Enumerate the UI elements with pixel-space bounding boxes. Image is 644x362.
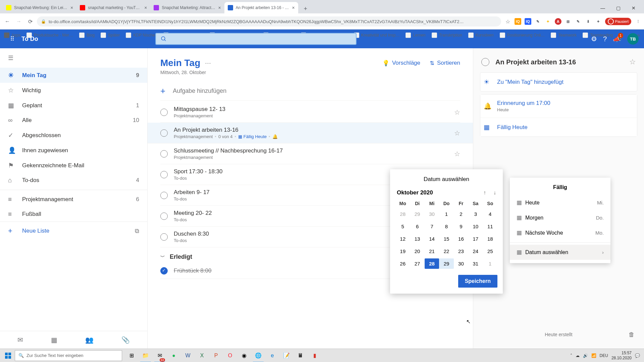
favorite-icon[interactable]: ☆ [503,17,513,26]
add-task-row[interactable]: + Aufgabe hinzufügen [160,82,460,101]
ext-icon[interactable]: IQ [515,18,521,25]
ext-icon[interactable]: ⬇ [585,18,592,25]
task-item[interactable]: An Projekt arbeiten 13-16Projektmanageme… [148,123,473,143]
complete-toggle[interactable] [160,192,168,199]
ext-icon[interactable]: ⊞ [565,18,572,25]
mail-icon[interactable]: ✉94 [153,349,166,362]
reload-button[interactable]: ⟳ [25,17,35,26]
dp-day[interactable]: 28 [395,209,410,219]
star-icon[interactable]: ☆ [454,150,460,158]
complete-toggle[interactable] [481,58,489,66]
dp-day[interactable]: 20 [410,246,424,256]
chrome-icon[interactable]: 🌐 [252,349,265,362]
dp-day[interactable]: 30 [425,209,439,219]
app-launcher-icon[interactable]: ⠿ [5,32,19,46]
dp-day[interactable]: 8 [439,221,453,232]
ext-icon[interactable]: ✎ [535,18,541,25]
list-menu-icon[interactable]: ⋯ [205,59,211,67]
dp-day[interactable]: 31 [468,258,483,269]
sidebar-item[interactable]: ⌂To-dos4 [0,173,147,188]
browser-tab[interactable]: Snapchat-Werbung: Ein Leitfad…× [3,2,76,13]
dp-day[interactable]: 25 [483,246,497,256]
dp-day[interactable]: 2 [454,209,468,219]
calendar-icon[interactable]: ▦ [51,336,57,344]
dp-day[interactable]: 23 [454,246,468,256]
browser-tab[interactable]: Snapchat Marketing: Attract New…× [150,2,224,13]
url-bar[interactable]: 🔒 to-do.office.com/tasks/id/AAMkADQ1YjVj… [37,16,501,26]
ext-icon[interactable]: IQ [525,18,531,25]
browser-tab[interactable]: An Projekt arbeiten 13-16 - To D…× [224,2,298,13]
reminder-row[interactable]: 🔔 Erinnerung um 17:00 Heute [480,95,637,118]
dp-day[interactable]: 11 [483,221,497,232]
bookmark-item[interactable]: Blog [79,33,95,38]
add-group-icon[interactable]: ⧉ [135,228,139,235]
due-option[interactable]: ▦Nächste WocheMo. [510,225,610,240]
wifi-icon[interactable]: 📶 [591,353,596,358]
notifications-icon[interactable]: 💬 [635,353,640,358]
dp-day[interactable]: 15 [439,234,453,244]
attach-icon[interactable]: 📎 [121,336,130,344]
system-tray[interactable]: ˄ ☁ 🔊 📶 DEU 15:57 28.10.2020 💬 [570,351,643,360]
volume-icon[interactable]: 🔊 [583,353,588,358]
star-icon[interactable]: ☆ [454,108,460,116]
task-item[interactable]: Mittagspause 12- 13Projektmanagement☆ [160,102,460,123]
sidebar-item[interactable]: ⚑Gekennzeichnete E-Mail [0,158,147,173]
ext-icon[interactable]: ✦ [545,18,551,25]
dp-day[interactable]: 26 [395,258,410,269]
dp-day[interactable]: 29 [439,258,453,269]
prev-month-button[interactable]: ↑ [483,190,486,196]
dp-day[interactable]: 24 [468,246,483,256]
dp-day[interactable]: 1 [483,258,497,269]
complete-toggle[interactable] [160,109,168,116]
dp-day[interactable]: 9 [454,221,468,232]
dp-day[interactable]: 7 [425,221,439,232]
star-icon[interactable]: ☆ [629,58,636,66]
bookmark-item[interactable]: Kreativität und Insp… [354,33,400,38]
dp-day[interactable]: 12 [395,234,410,244]
close-icon[interactable]: × [292,5,295,10]
bookmark-item[interactable]: Kursideen [468,33,494,38]
calc-icon[interactable]: 🖩 [294,349,307,362]
dp-day[interactable]: 17 [468,234,483,244]
dp-day[interactable]: 21 [425,246,439,256]
dp-day[interactable]: 27 [410,258,424,269]
sidebar-item[interactable]: 👤Ihnen zugewiesen [0,143,147,158]
star-icon[interactable]: ☆ [454,129,460,137]
dp-day[interactable]: 28 [425,258,439,269]
due-option[interactable]: ▦HeuteMi. [510,195,610,210]
complete-toggle[interactable] [160,150,168,158]
dp-day[interactable]: 16 [454,234,468,244]
help-icon[interactable]: ? [603,35,607,43]
complete-toggle[interactable] [160,267,168,275]
complete-toggle[interactable] [160,233,168,241]
sidebar-item[interactable]: ∞Alle10 [0,113,147,128]
close-window-button[interactable]: ✕ [626,3,641,13]
dp-day[interactable]: 13 [410,234,424,244]
bookmark-item[interactable]: Teamwork [551,33,577,38]
complete-toggle[interactable] [160,171,168,178]
sidebar-list-item[interactable]: ≡Projektmanagement6 [0,192,147,207]
due-date-row[interactable]: ▦ Fällig Heute [480,118,637,136]
ext-icon[interactable]: A [555,18,561,25]
dp-day[interactable]: 22 [439,246,453,256]
trash-icon[interactable]: 🗑 [629,331,635,338]
close-icon[interactable]: × [218,5,221,10]
back-button[interactable]: ← [3,17,12,26]
complete-toggle[interactable] [160,213,168,220]
dp-day[interactable]: 18 [483,234,497,244]
pick-date-option[interactable]: ▦ Datum auswählen › [510,245,610,260]
bookmark-item[interactable]: Lernen [406,33,425,38]
dp-day[interactable]: 1 [439,209,453,219]
close-icon[interactable]: × [144,5,147,10]
due-option[interactable]: ▦MorgenDo. [510,210,610,225]
sidebar-item[interactable]: ✓Abgeschlossen [0,128,147,143]
edge-icon[interactable]: e [266,349,279,362]
dp-day[interactable]: 5 [395,221,410,232]
ext-icon[interactable]: ✎ [575,18,582,25]
date-picker-month[interactable]: Oktober 2020 [397,189,433,196]
forward-button[interactable]: → [14,17,23,26]
app-icon[interactable]: ▮ [308,349,321,362]
notepad-icon[interactable]: 📝 [280,349,293,362]
taskbar-search[interactable]: 🔍 Zur Suche Text hier eingeben [15,350,122,361]
bookmark-item[interactable]: Transkription [432,33,462,38]
